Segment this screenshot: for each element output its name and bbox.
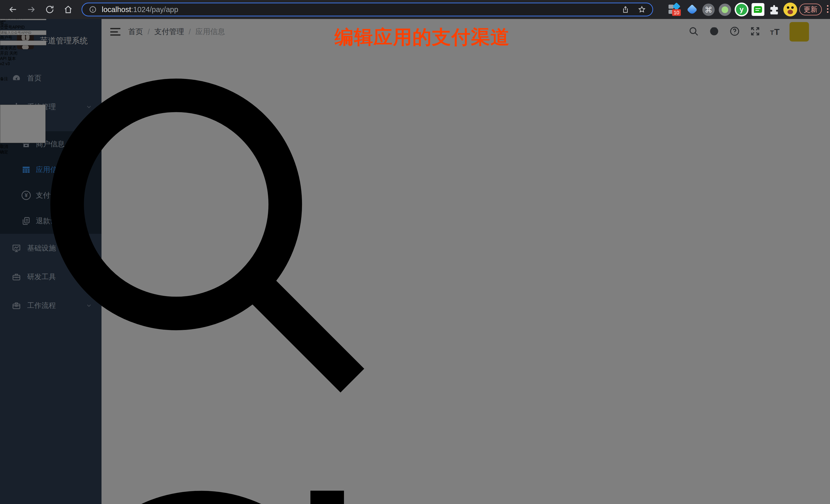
browser-reload-icon[interactable] — [44, 4, 55, 15]
annotation-text: 编辑应用的支付渠道 — [334, 25, 510, 50]
extensions-puzzle-icon[interactable] — [768, 4, 780, 16]
browser-menu-dots-icon[interactable] — [827, 5, 828, 13]
extension-badge: 10 — [672, 9, 681, 16]
chat-extension-icon[interactable] — [752, 3, 764, 16]
emoji-avatar-extension-icon[interactable] — [784, 3, 797, 17]
yuque-extension-icon[interactable]: y — [735, 3, 748, 17]
bookmark-star-icon[interactable] — [638, 6, 646, 13]
browser-forward-icon[interactable] — [26, 4, 37, 15]
green-dot-extension-icon[interactable] — [719, 4, 731, 16]
browser-update-button[interactable]: 更新 — [799, 4, 822, 15]
url-host: localhost — [102, 5, 131, 13]
share-icon[interactable] — [621, 6, 629, 13]
modal-overlay[interactable] — [0, 19, 830, 504]
kite-extension-icon[interactable] — [686, 4, 698, 16]
tab-manager-extension-icon[interactable]: 10 — [668, 4, 681, 16]
browser-back-icon[interactable] — [7, 4, 19, 15]
site-info-icon[interactable] — [89, 6, 97, 13]
url-path: :1024/pay/app — [131, 5, 178, 13]
command-extension-icon[interactable]: ⌘ — [702, 4, 715, 16]
browser-toolbar: localhost:1024/pay/app 10 ⌘ y 更新 — [0, 0, 830, 19]
browser-home-icon[interactable] — [63, 4, 74, 15]
address-bar[interactable]: localhost:1024/pay/app — [82, 3, 653, 17]
